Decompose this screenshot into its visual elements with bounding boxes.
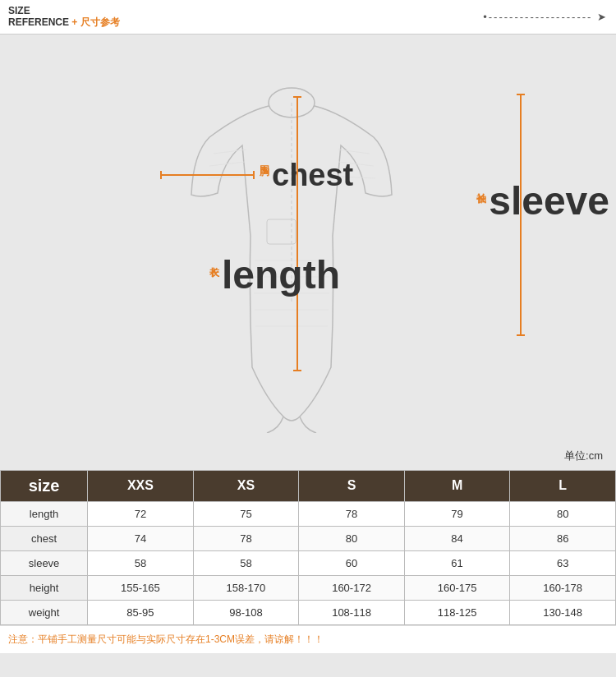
row-label-length: length [1, 501, 88, 526]
table-row: sleeve5858606163 [1, 550, 616, 575]
cell-chest-L: 86 [510, 526, 616, 550]
cell-weight-L: 130-148 [510, 600, 616, 624]
cell-sleeve-L: 63 [510, 550, 616, 575]
cell-height-M: 160-175 [404, 575, 510, 600]
cell-weight-XXS: 85-95 [88, 600, 194, 624]
header-bar: SIZEREFERENCE + 尺寸参考 •------------------… [0, 0, 616, 35]
table-row: chest7478808486 [1, 526, 616, 550]
table-row: length7275787980 [1, 501, 616, 526]
cell-height-XS: 158-170 [193, 575, 299, 600]
table-header-S: S [299, 470, 405, 501]
row-label-sleeve: sleeve [1, 550, 88, 575]
row-label-chest: chest [1, 526, 88, 550]
footer-note: 注意：平铺手工测量尺寸可能与实际尺寸存在1-3CM误差，请谅解！！！ [0, 625, 616, 653]
size-reference-en: SIZEREFERENCE [8, 5, 69, 28]
header-title: SIZEREFERENCE + 尺寸参考 [8, 5, 120, 29]
table-header-XXS: XXS [88, 470, 194, 501]
length-en-label: length [222, 252, 340, 297]
cell-sleeve-XXS: 58 [88, 550, 194, 575]
cell-weight-S: 108-118 [299, 600, 405, 624]
arrow-icon: ➤ [597, 11, 608, 23]
measurement-annotations: 胸围 chest 衣长 length 袖长 sleeve [0, 35, 616, 470]
cell-length-M: 79 [404, 501, 510, 526]
size-table: sizeXXSXSSML length7275787980chest747880… [0, 470, 616, 625]
cell-weight-M: 118-125 [404, 600, 510, 624]
cell-length-S: 78 [299, 501, 405, 526]
cell-chest-M: 84 [404, 526, 510, 550]
table-row: weight85-9598-108108-118118-125130-148 [1, 600, 616, 624]
footer-note-text: 注意：平铺手工测量尺寸可能与实际尺寸存在1-3CM误差，请谅解！！！ [8, 633, 324, 645]
table-header-XS: XS [193, 470, 299, 501]
cell-length-XS: 75 [193, 501, 299, 526]
cell-sleeve-M: 61 [404, 550, 510, 575]
row-label-height: height [1, 575, 88, 600]
size-table-container: sizeXXSXSSML length7275787980chest747880… [0, 470, 616, 625]
table-header-size: size [1, 470, 88, 501]
cell-sleeve-XS: 58 [193, 550, 299, 575]
cell-chest-XS: 78 [193, 526, 299, 550]
cell-height-XXS: 155-165 [88, 575, 194, 600]
cell-sleeve-S: 60 [299, 550, 405, 575]
row-label-weight: weight [1, 600, 88, 624]
plus-icon: + [71, 16, 77, 28]
unit-label: 单位:cm [564, 449, 603, 463]
table-header-L: L [510, 470, 616, 501]
cell-chest-S: 80 [299, 526, 405, 550]
header-dots: •-------------------- ➤ [125, 11, 608, 23]
cell-chest-XXS: 74 [88, 526, 194, 550]
table-header-M: M [404, 470, 510, 501]
cell-height-L: 160-178 [510, 575, 616, 600]
table-header-row: sizeXXSXSSML [1, 470, 616, 501]
size-reference-cn: 尺寸参考 [80, 16, 120, 28]
cell-weight-XS: 98-108 [193, 600, 299, 624]
cell-length-XXS: 72 [88, 501, 194, 526]
sleeve-en-label: sleeve [489, 178, 609, 223]
table-row: height155-165158-170160-172160-175160-17… [1, 575, 616, 600]
chest-en-label: chest [272, 158, 353, 193]
dots-decoration: •-------------------- [483, 11, 592, 23]
cell-height-S: 160-172 [299, 575, 405, 600]
cell-length-L: 80 [510, 501, 616, 526]
diagram-area: 胸围 chest 衣长 length 袖长 sleeve 单位:cm [0, 35, 616, 470]
